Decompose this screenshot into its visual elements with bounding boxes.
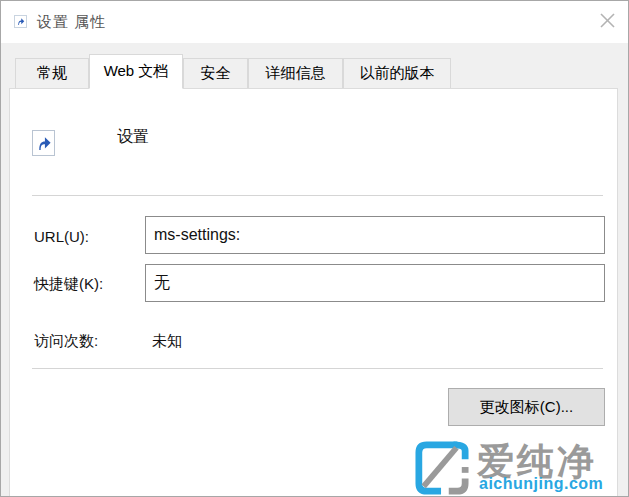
shortcut-name-label: 设置 (117, 127, 149, 148)
tab-web-document[interactable]: Web 文档 (89, 54, 183, 89)
visits-value: 未知 (152, 332, 182, 351)
close-icon[interactable] (594, 8, 620, 32)
watermark-site-text: aichunjing.com (479, 475, 603, 493)
hotkey-input[interactable] (145, 264, 605, 302)
tab-previous-versions[interactable]: 以前的版本 (343, 58, 451, 89)
tab-security[interactable]: 安全 (183, 58, 248, 89)
tab-details[interactable]: 详细信息 (248, 58, 343, 89)
shortcut-arrow-icon (32, 130, 55, 156)
url-input[interactable] (145, 216, 605, 254)
visits-label: 访问次数: (34, 332, 98, 351)
shortcut-arrow-icon (14, 15, 27, 28)
web-document-tab-page: 设置 URL(U): 快捷键(K): 访问次数: 未知 更改图标(C)... 爱… (9, 88, 618, 497)
separator (32, 195, 603, 196)
watermark: 爱纯净 aichunjing.com (415, 439, 615, 497)
properties-dialog: 设置 属性 常规 Web 文档 安全 详细信息 以前的版本 设置 URL(U):… (0, 0, 629, 497)
separator (32, 368, 603, 369)
titlebar: 设置 属性 (1, 1, 628, 43)
url-label: URL(U): (34, 228, 89, 245)
window-title: 设置 属性 (37, 13, 106, 32)
tab-general[interactable]: 常规 (15, 58, 89, 89)
hotkey-label: 快捷键(K): (34, 275, 103, 294)
change-icon-button[interactable]: 更改图标(C)... (448, 388, 605, 426)
aichunjing-logo-icon (415, 441, 469, 497)
